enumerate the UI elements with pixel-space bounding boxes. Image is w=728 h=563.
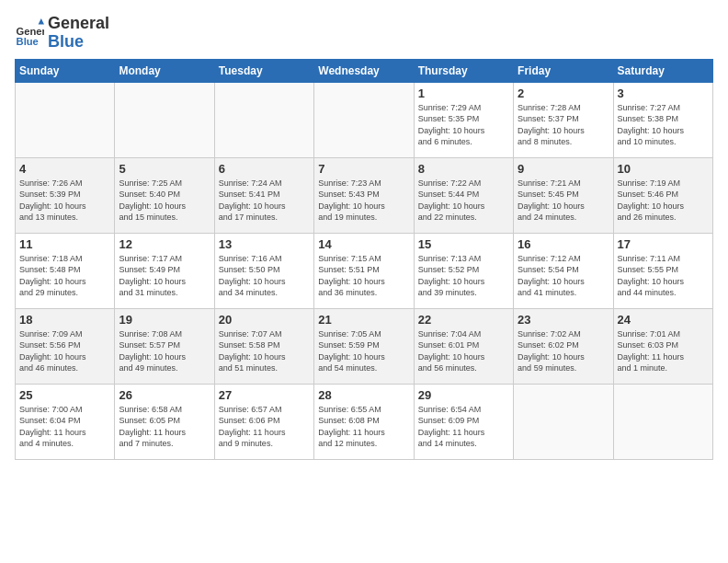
day-info: Sunrise: 7:08 AM Sunset: 5:57 PM Dayligh… bbox=[119, 328, 210, 374]
day-number: 19 bbox=[119, 313, 210, 327]
calendar-cell: 16Sunrise: 7:12 AM Sunset: 5:54 PM Dayli… bbox=[514, 233, 613, 308]
day-info: Sunrise: 7:23 AM Sunset: 5:43 PM Dayligh… bbox=[318, 178, 409, 224]
calendar-cell: 28Sunrise: 6:55 AM Sunset: 6:08 PM Dayli… bbox=[314, 384, 414, 459]
day-info: Sunrise: 7:21 AM Sunset: 5:45 PM Dayligh… bbox=[518, 178, 609, 224]
day-number: 26 bbox=[119, 388, 210, 402]
day-info: Sunrise: 7:17 AM Sunset: 5:49 PM Dayligh… bbox=[119, 253, 210, 299]
svg-text:General: General bbox=[17, 25, 44, 36]
calendar-cell: 10Sunrise: 7:19 AM Sunset: 5:46 PM Dayli… bbox=[613, 157, 712, 233]
calendar-cell: 1Sunrise: 7:29 AM Sunset: 5:35 PM Daylig… bbox=[414, 82, 513, 157]
day-number: 27 bbox=[219, 388, 310, 402]
day-info: Sunrise: 7:19 AM Sunset: 5:46 PM Dayligh… bbox=[618, 178, 709, 224]
calendar-cell: 22Sunrise: 7:04 AM Sunset: 6:01 PM Dayli… bbox=[414, 308, 513, 384]
calendar-week-4: 18Sunrise: 7:09 AM Sunset: 5:56 PM Dayli… bbox=[16, 308, 713, 384]
calendar-cell: 23Sunrise: 7:02 AM Sunset: 6:02 PM Dayli… bbox=[514, 308, 613, 384]
calendar-week-2: 4Sunrise: 7:26 AM Sunset: 5:39 PM Daylig… bbox=[16, 157, 713, 233]
day-number: 3 bbox=[618, 86, 709, 100]
day-info: Sunrise: 7:00 AM Sunset: 6:04 PM Dayligh… bbox=[19, 404, 110, 450]
calendar-cell: 11Sunrise: 7:18 AM Sunset: 5:48 PM Dayli… bbox=[16, 233, 115, 308]
calendar-header-row: SundayMondayTuesdayWednesdayThursdayFrid… bbox=[16, 59, 713, 82]
day-number: 16 bbox=[518, 237, 609, 251]
day-number: 2 bbox=[518, 86, 609, 100]
day-number: 23 bbox=[518, 313, 609, 327]
day-number: 13 bbox=[219, 237, 310, 251]
weekday-header-sunday: Sunday bbox=[16, 59, 115, 82]
calendar-cell: 15Sunrise: 7:13 AM Sunset: 5:52 PM Dayli… bbox=[414, 233, 513, 308]
calendar-cell: 8Sunrise: 7:22 AM Sunset: 5:44 PM Daylig… bbox=[414, 157, 513, 233]
calendar-week-5: 25Sunrise: 7:00 AM Sunset: 6:04 PM Dayli… bbox=[16, 384, 713, 459]
day-info: Sunrise: 7:02 AM Sunset: 6:02 PM Dayligh… bbox=[518, 328, 609, 374]
day-number: 5 bbox=[119, 162, 210, 176]
day-number: 17 bbox=[618, 237, 709, 251]
day-info: Sunrise: 7:29 AM Sunset: 5:35 PM Dayligh… bbox=[418, 102, 509, 148]
day-info: Sunrise: 7:12 AM Sunset: 5:54 PM Dayligh… bbox=[518, 253, 609, 299]
calendar-cell: 18Sunrise: 7:09 AM Sunset: 5:56 PM Dayli… bbox=[16, 308, 115, 384]
day-info: Sunrise: 6:55 AM Sunset: 6:08 PM Dayligh… bbox=[318, 404, 409, 450]
day-number: 12 bbox=[119, 237, 210, 251]
calendar-cell: 21Sunrise: 7:05 AM Sunset: 5:59 PM Dayli… bbox=[314, 308, 414, 384]
calendar-cell: 19Sunrise: 7:08 AM Sunset: 5:57 PM Dayli… bbox=[115, 308, 214, 384]
day-info: Sunrise: 7:09 AM Sunset: 5:56 PM Dayligh… bbox=[19, 328, 110, 374]
day-number: 24 bbox=[618, 313, 709, 327]
calendar-cell: 24Sunrise: 7:01 AM Sunset: 6:03 PM Dayli… bbox=[613, 308, 712, 384]
day-info: Sunrise: 7:11 AM Sunset: 5:55 PM Dayligh… bbox=[618, 253, 709, 299]
calendar-week-3: 11Sunrise: 7:18 AM Sunset: 5:48 PM Dayli… bbox=[16, 233, 713, 308]
calendar-cell bbox=[314, 82, 414, 157]
calendar-table: SundayMondayTuesdayWednesdayThursdayFrid… bbox=[15, 59, 713, 460]
calendar-body: 1Sunrise: 7:29 AM Sunset: 5:35 PM Daylig… bbox=[16, 82, 713, 459]
day-info: Sunrise: 7:05 AM Sunset: 5:59 PM Dayligh… bbox=[318, 328, 409, 374]
day-number: 10 bbox=[618, 162, 709, 176]
calendar-cell: 3Sunrise: 7:27 AM Sunset: 5:38 PM Daylig… bbox=[613, 82, 712, 157]
day-number: 29 bbox=[418, 388, 509, 402]
day-info: Sunrise: 7:22 AM Sunset: 5:44 PM Dayligh… bbox=[418, 178, 509, 224]
day-number: 28 bbox=[318, 388, 409, 402]
calendar-cell bbox=[115, 82, 214, 157]
calendar-cell: 17Sunrise: 7:11 AM Sunset: 5:55 PM Dayli… bbox=[613, 233, 712, 308]
calendar-cell: 14Sunrise: 7:15 AM Sunset: 5:51 PM Dayli… bbox=[314, 233, 414, 308]
day-info: Sunrise: 7:24 AM Sunset: 5:41 PM Dayligh… bbox=[219, 178, 310, 224]
day-number: 1 bbox=[418, 86, 509, 100]
day-info: Sunrise: 7:28 AM Sunset: 5:37 PM Dayligh… bbox=[518, 102, 609, 148]
calendar-cell bbox=[613, 384, 712, 459]
weekday-header-thursday: Thursday bbox=[414, 59, 513, 82]
day-info: Sunrise: 7:27 AM Sunset: 5:38 PM Dayligh… bbox=[618, 102, 709, 148]
weekday-header-saturday: Saturday bbox=[613, 59, 712, 82]
day-info: Sunrise: 6:58 AM Sunset: 6:05 PM Dayligh… bbox=[119, 404, 210, 450]
calendar-cell: 20Sunrise: 7:07 AM Sunset: 5:58 PM Dayli… bbox=[214, 308, 313, 384]
weekday-header-tuesday: Tuesday bbox=[214, 59, 313, 82]
calendar-cell: 26Sunrise: 6:58 AM Sunset: 6:05 PM Dayli… bbox=[115, 384, 214, 459]
calendar-cell: 29Sunrise: 6:54 AM Sunset: 6:09 PM Dayli… bbox=[414, 384, 513, 459]
day-info: Sunrise: 7:15 AM Sunset: 5:51 PM Dayligh… bbox=[318, 253, 409, 299]
day-number: 22 bbox=[418, 313, 509, 327]
day-info: Sunrise: 7:13 AM Sunset: 5:52 PM Dayligh… bbox=[418, 253, 509, 299]
day-number: 15 bbox=[418, 237, 509, 251]
calendar-cell: 12Sunrise: 7:17 AM Sunset: 5:49 PM Dayli… bbox=[115, 233, 214, 308]
day-number: 11 bbox=[19, 237, 110, 251]
calendar-cell: 27Sunrise: 6:57 AM Sunset: 6:06 PM Dayli… bbox=[214, 384, 313, 459]
calendar-cell: 7Sunrise: 7:23 AM Sunset: 5:43 PM Daylig… bbox=[314, 157, 414, 233]
day-info: Sunrise: 7:04 AM Sunset: 6:01 PM Dayligh… bbox=[418, 328, 509, 374]
calendar-cell: 25Sunrise: 7:00 AM Sunset: 6:04 PM Dayli… bbox=[16, 384, 115, 459]
calendar-cell: 9Sunrise: 7:21 AM Sunset: 5:45 PM Daylig… bbox=[514, 157, 613, 233]
day-number: 21 bbox=[318, 313, 409, 327]
day-number: 14 bbox=[318, 237, 409, 251]
calendar-cell bbox=[16, 82, 115, 157]
weekday-header-friday: Friday bbox=[514, 59, 613, 82]
day-info: Sunrise: 6:57 AM Sunset: 6:06 PM Dayligh… bbox=[219, 404, 310, 450]
calendar-cell bbox=[214, 82, 313, 157]
calendar-cell: 13Sunrise: 7:16 AM Sunset: 5:50 PM Dayli… bbox=[214, 233, 313, 308]
day-info: Sunrise: 7:25 AM Sunset: 5:40 PM Dayligh… bbox=[119, 178, 210, 224]
weekday-header-monday: Monday bbox=[115, 59, 214, 82]
day-number: 18 bbox=[19, 313, 110, 327]
calendar-cell: 4Sunrise: 7:26 AM Sunset: 5:39 PM Daylig… bbox=[16, 157, 115, 233]
svg-marker-2 bbox=[39, 18, 44, 24]
day-number: 25 bbox=[19, 388, 110, 402]
day-info: Sunrise: 7:07 AM Sunset: 5:58 PM Dayligh… bbox=[219, 328, 310, 374]
day-info: Sunrise: 7:01 AM Sunset: 6:03 PM Dayligh… bbox=[618, 328, 709, 374]
day-number: 8 bbox=[418, 162, 509, 176]
calendar-week-1: 1Sunrise: 7:29 AM Sunset: 5:35 PM Daylig… bbox=[16, 82, 713, 157]
day-number: 7 bbox=[318, 162, 409, 176]
day-info: Sunrise: 7:26 AM Sunset: 5:39 PM Dayligh… bbox=[19, 178, 110, 224]
svg-text:Blue: Blue bbox=[17, 36, 39, 47]
day-info: Sunrise: 7:18 AM Sunset: 5:48 PM Dayligh… bbox=[19, 253, 110, 299]
